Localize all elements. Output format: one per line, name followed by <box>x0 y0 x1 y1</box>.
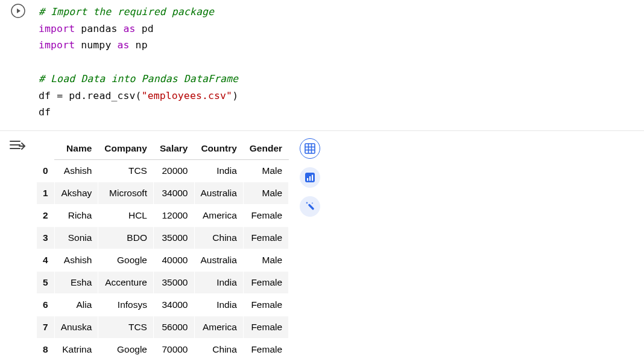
interactive-table-button[interactable] <box>300 138 320 159</box>
variable: df <box>39 90 51 101</box>
cell: Richa <box>54 205 98 227</box>
cell: HCL <box>98 205 154 227</box>
cell: 40000 <box>153 249 194 272</box>
cell: Male <box>243 249 288 272</box>
kw-as: as <box>117 39 129 51</box>
cell: Female <box>243 339 288 358</box>
cell: Female <box>243 316 288 339</box>
table-icon <box>305 143 315 154</box>
magic-wand-icon <box>304 200 316 213</box>
cell: Google <box>98 249 154 272</box>
table-row: 1 Akshay Microsoft 34000 Australia Male <box>37 182 289 205</box>
bar-chart-icon <box>305 172 315 183</box>
kw-as: as <box>124 23 136 34</box>
svg-rect-3 <box>307 178 308 181</box>
cell: BDO <box>98 227 154 249</box>
string-literal: "employees.csv" <box>142 90 233 101</box>
cell: 20000 <box>153 160 194 182</box>
cell: TCS <box>98 316 154 339</box>
cell: America <box>194 316 243 339</box>
row-index: 6 <box>37 294 55 316</box>
cell: Ashish <box>54 160 98 182</box>
col-header: Country <box>194 138 243 160</box>
module-name: pandas <box>81 23 117 34</box>
alias: pd <box>142 23 154 34</box>
cell: China <box>194 227 243 249</box>
table-row: 3 Sonia BDO 35000 China Female <box>37 227 289 249</box>
cell: TCS <box>98 160 154 182</box>
dataframe-head: Name Company Salary Country Gender <box>37 138 289 160</box>
code-comment: # Import the required package <box>39 6 214 18</box>
cell: Ashish <box>54 249 98 272</box>
code-comment: # Load Data into Pandas DataFrame <box>39 73 238 85</box>
row-index: 8 <box>37 339 55 358</box>
col-header: Company <box>98 138 154 160</box>
kw-import: import <box>39 39 75 51</box>
cell: America <box>194 205 243 227</box>
table-row: 6 Alia Infosys 34000 India Female <box>37 294 289 316</box>
cell: Australia <box>194 182 243 205</box>
cell: 56000 <box>153 316 194 339</box>
execute-output-icon[interactable] <box>10 137 25 153</box>
cell: Alia <box>54 294 98 316</box>
module-name: numpy <box>81 39 111 51</box>
chart-button[interactable] <box>300 167 320 188</box>
row-index: 3 <box>37 227 55 249</box>
table-row: 5 Esha Accenture 35000 India Female <box>37 272 289 294</box>
cell: Accenture <box>98 272 154 294</box>
table-row: 4 Ashish Google 40000 Australia Male <box>37 249 289 272</box>
cell: Google <box>98 339 154 358</box>
row-index: 0 <box>37 160 55 182</box>
table-row: 7 Anuska TCS 56000 America Female <box>37 316 289 339</box>
cell: Female <box>243 227 288 249</box>
cell-gutter <box>0 1 36 18</box>
svg-rect-4 <box>309 176 311 181</box>
cell: Microsoft <box>98 182 154 205</box>
cell: 34000 <box>153 182 194 205</box>
cell: Australia <box>194 249 243 272</box>
output-body: Name Company Salary Country Gender 0 Ash… <box>36 137 320 358</box>
header-row: Name Company Salary Country Gender <box>37 138 289 160</box>
cell: 35000 <box>153 227 194 249</box>
play-icon <box>11 4 25 18</box>
variable: df <box>39 106 51 118</box>
run-button[interactable] <box>11 4 25 18</box>
row-index: 7 <box>37 316 55 339</box>
cell: Esha <box>54 272 98 294</box>
cell: 12000 <box>153 205 194 227</box>
table-row: 0 Ashish TCS 20000 India Male <box>37 160 289 182</box>
cell: 34000 <box>153 294 194 316</box>
cell: 70000 <box>153 339 194 358</box>
magic-wand-button[interactable] <box>300 196 320 217</box>
code-cell: # Import the required package import pan… <box>0 0 644 127</box>
cell: Male <box>243 182 288 205</box>
cell: Infosys <box>98 294 154 316</box>
kw-import: import <box>39 23 75 34</box>
cell: Anuska <box>54 316 98 339</box>
cell: 35000 <box>153 272 194 294</box>
equals: = <box>57 90 63 101</box>
row-index: 5 <box>37 272 55 294</box>
row-index: 2 <box>37 205 55 227</box>
dataframe-table: Name Company Salary Country Gender 0 Ash… <box>36 137 289 358</box>
call: pd.read_csv( <box>69 90 141 101</box>
cell: India <box>194 294 243 316</box>
output-gutter <box>0 137 36 153</box>
dataframe-body: 0 Ashish TCS 20000 India Male 1 Akshay M… <box>37 160 289 358</box>
cell: Female <box>243 272 288 294</box>
table-row: 8 Katrina Google 70000 China Female <box>37 339 289 358</box>
code-editor[interactable]: # Import the required package import pan… <box>36 1 644 127</box>
cell: Sonia <box>54 227 98 249</box>
table-row: 2 Richa HCL 12000 America Female <box>37 205 289 227</box>
cell: Katrina <box>54 339 98 358</box>
svg-rect-6 <box>308 203 315 210</box>
col-header: Salary <box>153 138 194 160</box>
output-tools <box>300 137 320 217</box>
cell: China <box>194 339 243 358</box>
output-cell: Name Company Salary Country Gender 0 Ash… <box>0 131 644 358</box>
row-index: 4 <box>37 249 55 272</box>
cell: India <box>194 160 243 182</box>
svg-rect-5 <box>312 175 313 181</box>
svg-rect-1 <box>305 144 315 153</box>
paren-close: ) <box>232 90 238 101</box>
